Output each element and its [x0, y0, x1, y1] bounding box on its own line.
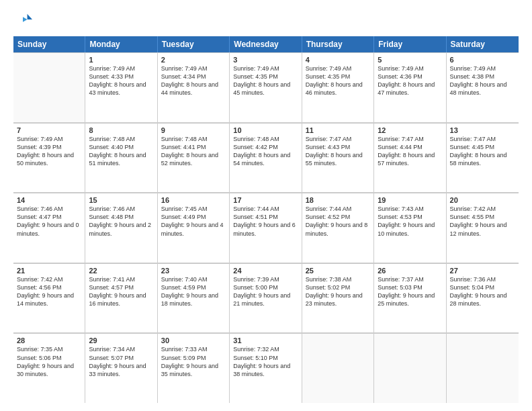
day-number: 24: [233, 267, 298, 275]
cell-details: Sunrise: 7:32 AMSunset: 5:10 PMDaylight:…: [233, 345, 298, 378]
calendar-cell: [13, 53, 85, 122]
calendar-cell: 9Sunrise: 7:48 AMSunset: 4:41 PMDaylight…: [158, 124, 230, 193]
calendar-cell: 28Sunrise: 7:35 AMSunset: 5:06 PMDayligh…: [13, 334, 85, 403]
calendar-header: SundayMondayTuesdayWednesdayThursdayFrid…: [13, 36, 519, 52]
calendar-row: 1Sunrise: 7:49 AMSunset: 4:33 PMDaylight…: [13, 52, 519, 123]
calendar-cell: 22Sunrise: 7:41 AMSunset: 4:57 PMDayligh…: [85, 264, 157, 333]
calendar-cell: 11Sunrise: 7:47 AMSunset: 4:43 PMDayligh…: [302, 124, 374, 193]
weekday-header: Monday: [85, 36, 157, 52]
day-number: 25: [306, 267, 370, 275]
svg-marker-1: [23, 17, 28, 21]
weekday-header: Thursday: [302, 36, 374, 52]
day-number: 3: [233, 56, 298, 64]
calendar-row: 7Sunrise: 7:49 AMSunset: 4:39 PMDaylight…: [13, 123, 519, 193]
calendar-row: 28Sunrise: 7:35 AMSunset: 5:06 PMDayligh…: [13, 333, 519, 403]
header: [13, 11, 519, 30]
weekday-header: Wednesday: [230, 36, 302, 52]
cell-details: Sunrise: 7:40 AMSunset: 4:59 PMDaylight:…: [161, 275, 226, 308]
cell-details: Sunrise: 7:33 AMSunset: 5:09 PMDaylight:…: [161, 345, 226, 378]
weekday-header: Friday: [374, 36, 446, 52]
calendar-cell: 25Sunrise: 7:38 AMSunset: 5:02 PMDayligh…: [302, 264, 374, 333]
calendar-cell: 12Sunrise: 7:47 AMSunset: 4:44 PMDayligh…: [374, 124, 446, 193]
day-number: 6: [450, 56, 515, 64]
cell-details: Sunrise: 7:48 AMSunset: 4:41 PMDaylight:…: [161, 135, 226, 168]
day-number: 2: [161, 56, 226, 64]
cell-details: Sunrise: 7:34 AMSunset: 5:07 PMDaylight:…: [89, 345, 153, 378]
calendar-cell: 13Sunrise: 7:47 AMSunset: 4:45 PMDayligh…: [447, 124, 519, 193]
day-number: 26: [378, 267, 442, 275]
calendar-cell: 27Sunrise: 7:36 AMSunset: 5:04 PMDayligh…: [447, 264, 519, 333]
weekday-header: Sunday: [13, 36, 85, 52]
calendar-cell: 19Sunrise: 7:43 AMSunset: 4:53 PMDayligh…: [374, 193, 446, 263]
day-number: 11: [306, 126, 370, 134]
calendar-cell: 14Sunrise: 7:46 AMSunset: 4:47 PMDayligh…: [13, 193, 85, 263]
day-number: 28: [17, 336, 81, 345]
day-number: 1: [89, 56, 153, 64]
day-number: 20: [450, 196, 515, 204]
cell-details: Sunrise: 7:49 AMSunset: 4:39 PMDaylight:…: [17, 135, 81, 168]
calendar-cell: 2Sunrise: 7:49 AMSunset: 4:34 PMDaylight…: [158, 53, 230, 122]
calendar-cell: 21Sunrise: 7:42 AMSunset: 4:56 PMDayligh…: [13, 264, 85, 333]
cell-details: Sunrise: 7:36 AMSunset: 5:04 PMDaylight:…: [450, 275, 515, 308]
calendar-cell: 24Sunrise: 7:39 AMSunset: 5:00 PMDayligh…: [230, 264, 302, 333]
calendar-cell: 5Sunrise: 7:49 AMSunset: 4:36 PMDaylight…: [374, 53, 446, 122]
cell-details: Sunrise: 7:41 AMSunset: 4:57 PMDaylight:…: [89, 275, 153, 308]
day-number: 7: [17, 126, 81, 134]
calendar-cell: 20Sunrise: 7:42 AMSunset: 4:55 PMDayligh…: [447, 193, 519, 263]
day-number: 15: [89, 196, 153, 204]
calendar-cell: 4Sunrise: 7:49 AMSunset: 4:35 PMDaylight…: [302, 53, 374, 122]
day-number: 21: [17, 267, 81, 275]
day-number: 27: [450, 267, 515, 275]
calendar-cell: 23Sunrise: 7:40 AMSunset: 4:59 PMDayligh…: [158, 264, 230, 333]
cell-details: Sunrise: 7:48 AMSunset: 4:42 PMDaylight:…: [233, 135, 298, 168]
day-number: 22: [89, 267, 153, 275]
calendar-row: 21Sunrise: 7:42 AMSunset: 4:56 PMDayligh…: [13, 263, 519, 334]
calendar-cell: 31Sunrise: 7:32 AMSunset: 5:10 PMDayligh…: [230, 334, 302, 403]
cell-details: Sunrise: 7:49 AMSunset: 4:38 PMDaylight:…: [450, 64, 515, 97]
day-number: 10: [233, 126, 298, 134]
cell-details: Sunrise: 7:37 AMSunset: 5:03 PMDaylight:…: [378, 275, 442, 308]
day-number: 9: [161, 126, 226, 134]
day-number: 4: [306, 56, 370, 64]
cell-details: Sunrise: 7:48 AMSunset: 4:40 PMDaylight:…: [89, 135, 153, 168]
calendar-cell: 16Sunrise: 7:45 AMSunset: 4:49 PMDayligh…: [158, 193, 230, 263]
calendar-cell: 3Sunrise: 7:49 AMSunset: 4:35 PMDaylight…: [230, 53, 302, 122]
day-number: 14: [17, 196, 81, 204]
calendar-cell: 18Sunrise: 7:44 AMSunset: 4:52 PMDayligh…: [302, 193, 374, 263]
cell-details: Sunrise: 7:45 AMSunset: 4:49 PMDaylight:…: [161, 205, 226, 238]
calendar-cell: 6Sunrise: 7:49 AMSunset: 4:38 PMDaylight…: [447, 53, 519, 122]
cell-details: Sunrise: 7:49 AMSunset: 4:34 PMDaylight:…: [161, 64, 226, 97]
calendar-cell: 29Sunrise: 7:34 AMSunset: 5:07 PMDayligh…: [85, 334, 157, 403]
calendar: SundayMondayTuesdayWednesdayThursdayFrid…: [13, 36, 519, 403]
day-number: 17: [233, 196, 298, 204]
weekday-header: Saturday: [447, 36, 519, 52]
logo-icon: [13, 11, 32, 30]
day-number: 16: [161, 196, 226, 204]
cell-details: Sunrise: 7:39 AMSunset: 5:00 PMDaylight:…: [233, 275, 298, 308]
cell-details: Sunrise: 7:49 AMSunset: 4:33 PMDaylight:…: [89, 64, 153, 97]
calendar-cell: 7Sunrise: 7:49 AMSunset: 4:39 PMDaylight…: [13, 124, 85, 193]
day-number: 13: [450, 126, 515, 134]
page: SundayMondayTuesdayWednesdayThursdayFrid…: [0, 0, 532, 411]
cell-details: Sunrise: 7:49 AMSunset: 4:36 PMDaylight:…: [378, 64, 442, 97]
calendar-cell: 30Sunrise: 7:33 AMSunset: 5:09 PMDayligh…: [158, 334, 230, 403]
day-number: 5: [378, 56, 442, 64]
calendar-cell: 10Sunrise: 7:48 AMSunset: 4:42 PMDayligh…: [230, 124, 302, 193]
calendar-cell: 15Sunrise: 7:46 AMSunset: 4:48 PMDayligh…: [85, 193, 157, 263]
cell-details: Sunrise: 7:49 AMSunset: 4:35 PMDaylight:…: [233, 64, 298, 97]
day-number: 23: [161, 267, 226, 275]
cell-details: Sunrise: 7:44 AMSunset: 4:52 PMDaylight:…: [306, 205, 370, 238]
day-number: 12: [378, 126, 442, 134]
cell-details: Sunrise: 7:35 AMSunset: 5:06 PMDaylight:…: [17, 345, 81, 378]
day-number: 30: [161, 336, 226, 345]
cell-details: Sunrise: 7:47 AMSunset: 4:44 PMDaylight:…: [378, 135, 442, 168]
day-number: 8: [89, 126, 153, 134]
calendar-cell: 26Sunrise: 7:37 AMSunset: 5:03 PMDayligh…: [374, 264, 446, 333]
calendar-cell: 17Sunrise: 7:44 AMSunset: 4:51 PMDayligh…: [230, 193, 302, 263]
svg-marker-0: [28, 14, 32, 19]
calendar-body: 1Sunrise: 7:49 AMSunset: 4:33 PMDaylight…: [13, 52, 519, 403]
cell-details: Sunrise: 7:43 AMSunset: 4:53 PMDaylight:…: [378, 205, 442, 238]
calendar-row: 14Sunrise: 7:46 AMSunset: 4:47 PMDayligh…: [13, 193, 519, 263]
cell-details: Sunrise: 7:38 AMSunset: 5:02 PMDaylight:…: [306, 275, 370, 308]
day-number: 19: [378, 196, 442, 204]
